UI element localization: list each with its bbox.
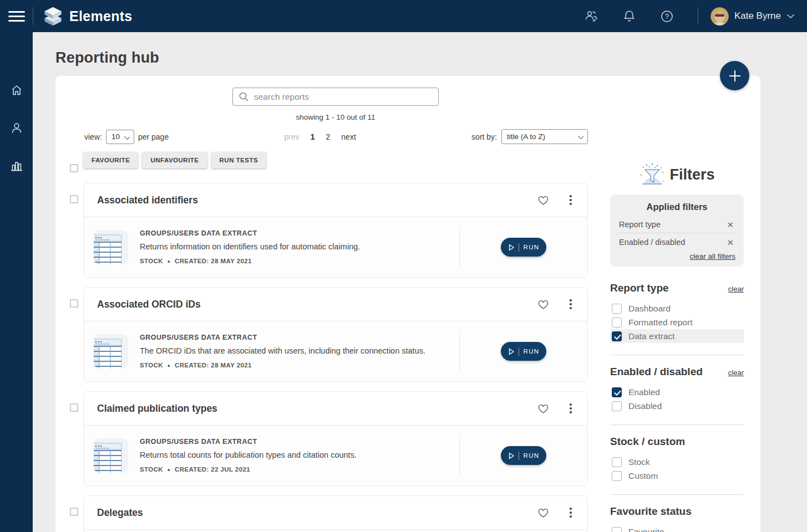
pagination-next[interactable]: next <box>341 132 356 141</box>
run-button[interactable]: RUN <box>501 238 546 257</box>
stock-badge: STOCK <box>140 466 163 473</box>
report-category: GROUPS/USERS DATA EXTRACT <box>140 438 459 446</box>
content-card: showing 1 - 10 out of 11 view: 10 per pa… <box>55 76 760 532</box>
report-title: Associated ORCID iDs <box>97 299 537 310</box>
filters-heading: Filters <box>669 166 714 183</box>
kebab-menu-icon[interactable] <box>567 402 574 415</box>
view-label: view: <box>84 132 102 141</box>
favourite-heart-icon[interactable] <box>537 508 549 518</box>
filter-option-custom[interactable]: Custom <box>610 469 744 483</box>
reports-bar-chart-icon[interactable] <box>10 160 23 172</box>
play-icon <box>508 452 515 459</box>
svg-text:?: ? <box>665 13 669 21</box>
checkbox[interactable] <box>612 401 622 411</box>
filter-option-data-extract[interactable]: Data extract <box>610 329 744 343</box>
checkbox[interactable] <box>612 318 622 328</box>
filter-option-enabled[interactable]: Enabled <box>610 385 744 399</box>
report-meta: STOCK • CREATED: 28 MAY 2021 <box>140 257 459 265</box>
pagination-prev[interactable]: prev <box>284 132 299 141</box>
report-checkbox[interactable] <box>70 299 78 308</box>
report-title: Associated identifiers <box>97 195 537 206</box>
pagination: prev 1 2 next <box>169 132 471 141</box>
checkbox[interactable] <box>612 331 622 341</box>
report-description: Returns total counts for publication typ… <box>140 451 459 459</box>
report-thumbnail-icon <box>94 438 128 473</box>
checkbox[interactable] <box>612 471 622 481</box>
manage-users-icon[interactable] <box>585 9 599 23</box>
checkbox[interactable] <box>612 304 622 314</box>
filter-section-enabled-disabled: Enabled / disabled clear Enabled Disable… <box>610 366 744 413</box>
hamburger-menu-button[interactable] <box>0 8 33 24</box>
checkbox[interactable] <box>612 457 622 467</box>
section-divider <box>610 494 744 495</box>
report-thumbnail-icon <box>94 230 128 264</box>
report-list: Associated identifiers <box>55 183 588 532</box>
run-button[interactable]: RUN <box>501 446 546 465</box>
top-header: Elements ? <box>0 0 807 32</box>
user-name[interactable]: Kate Byrne <box>734 11 781 22</box>
select-all-checkbox[interactable] <box>70 164 78 172</box>
reporting-hub-screen: Elements ? <box>0 0 807 532</box>
section-divider <box>610 424 744 425</box>
filter-option-favourite[interactable]: Favourite <box>610 525 744 532</box>
favourite-heart-icon[interactable] <box>537 403 549 414</box>
filter-option-dashboard[interactable]: Dashboard <box>610 301 744 315</box>
run-button[interactable]: RUN <box>501 342 546 361</box>
remove-filter-icon[interactable]: ✕ <box>725 221 735 229</box>
report-card: Associated identifiers <box>83 183 588 278</box>
report-card: Associated ORCID iDs <box>83 287 588 382</box>
checkbox[interactable] <box>612 387 622 397</box>
notifications-bell-icon[interactable] <box>622 9 637 23</box>
stock-badge: STOCK <box>140 258 163 264</box>
filter-section-report-type: Report type clear Dashboard Formatted re… <box>610 282 744 343</box>
pagination-page-1[interactable]: 1 <box>311 132 315 141</box>
report-thumbnail-icon <box>94 334 128 369</box>
left-sidebar <box>0 32 33 532</box>
main-area: Reporting hub showing 1 - 10 <box>33 32 807 532</box>
kebab-menu-icon[interactable] <box>567 298 574 310</box>
report-row: Associated identifiers <box>55 183 588 278</box>
home-icon[interactable] <box>11 84 23 96</box>
report-checkbox[interactable] <box>70 508 78 516</box>
unfavourite-button[interactable]: UNFAVOURITE <box>142 152 207 168</box>
filter-option-formatted-report[interactable]: Formatted report <box>610 315 744 329</box>
chevron-down-icon[interactable] <box>786 14 795 19</box>
profile-icon[interactable] <box>11 122 23 134</box>
sort-select[interactable]: title (A to Z) <box>501 129 588 144</box>
brand-logo[interactable]: Elements <box>43 6 133 27</box>
report-row: Delegates <box>55 495 588 532</box>
clear-report-type-link[interactable]: clear <box>728 285 744 294</box>
report-checkbox[interactable] <box>70 195 78 203</box>
report-checkbox[interactable] <box>70 403 78 412</box>
favourite-heart-icon[interactable] <box>537 195 549 206</box>
created-date: CREATED: 28 MAY 2021 <box>175 258 252 264</box>
run-tests-button[interactable]: RUN TESTS <box>211 152 267 168</box>
add-report-button[interactable] <box>720 61 749 90</box>
clear-enabled-disabled-link[interactable]: clear <box>728 369 744 378</box>
reports-column: showing 1 - 10 out of 11 view: 10 per pa… <box>55 76 588 532</box>
report-title: Claimed publication types <box>97 403 537 415</box>
applied-filter-chip: Enabled / disabled ✕ <box>618 233 735 250</box>
kebab-menu-icon[interactable] <box>567 194 574 206</box>
filter-option-disabled[interactable]: Disabled <box>610 399 744 413</box>
favourite-heart-icon[interactable] <box>537 299 549 310</box>
filters-panel: Filters Applied filters Report type ✕ En… <box>610 76 744 532</box>
remove-filter-icon[interactable]: ✕ <box>725 238 735 247</box>
created-date: CREATED: 22 JUL 2021 <box>175 466 250 473</box>
per-page-select[interactable]: 10 <box>106 130 134 144</box>
report-meta: STOCK • CREATED: 28 MAY 2021 <box>140 361 459 370</box>
play-icon <box>508 348 515 355</box>
kebab-menu-icon[interactable] <box>567 507 574 519</box>
user-avatar[interactable] <box>710 7 729 25</box>
checkbox[interactable] <box>612 527 622 532</box>
search-input[interactable] <box>254 92 433 102</box>
help-icon[interactable]: ? <box>660 9 674 23</box>
favourite-button[interactable]: FAVOURITE <box>83 152 138 168</box>
filter-option-stock[interactable]: Stock <box>610 455 744 469</box>
pagination-page-2[interactable]: 2 <box>326 132 331 141</box>
filter-funnel-icon <box>639 163 666 186</box>
report-description: Returns information on identifiers used … <box>140 242 459 251</box>
sort-by-label: sort by: <box>471 132 497 141</box>
stock-badge: STOCK <box>140 362 163 369</box>
clear-all-filters-link[interactable]: clear all filters <box>689 252 735 260</box>
